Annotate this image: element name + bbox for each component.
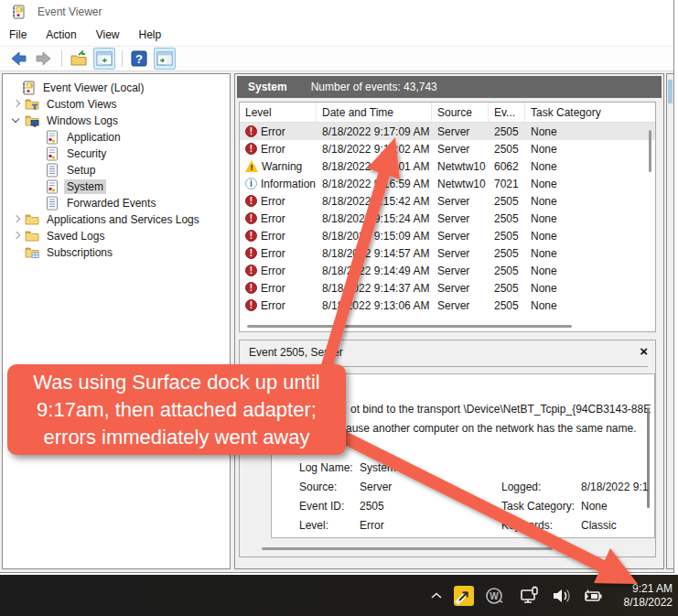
tree-item-application[interactable]: Application: [3, 129, 230, 146]
preview-horizontal-scrollbar[interactable]: [262, 547, 553, 550]
field-label: Log Name:: [299, 461, 353, 474]
tree-item-windows-logs[interactable]: Windows Logs: [3, 113, 230, 129]
tree-item-subscriptions[interactable]: Subscriptions: [3, 244, 230, 261]
event-log-icon: [45, 146, 59, 161]
field-value: 2505: [360, 500, 384, 513]
table-row[interactable]: iInformation 8/18/2022 9:16:59 AM Netwtw…: [240, 175, 655, 192]
error-icon: !: [245, 143, 257, 155]
callout-line: 9:17am, then attached adapter;: [7, 396, 346, 424]
tree-item-custom-views[interactable]: Custom Views: [3, 96, 230, 113]
action-pane-icon: [156, 49, 174, 68]
back-arrow-icon: [9, 49, 27, 68]
results-header: System Number of events: 43,743: [237, 76, 662, 98]
action-pane-scroll-fragment: [668, 80, 673, 103]
taskbar-clock[interactable]: 9:21 AM 8/18/2022: [616, 582, 673, 610]
column-header-eventid[interactable]: Ev...: [489, 103, 525, 122]
table-row[interactable]: !Error 8/18/2022 9:15:42 AM Server 2505 …: [240, 192, 655, 210]
webroot-icon[interactable]: [484, 586, 504, 606]
tree-item-event-viewer-local[interactable]: Event Viewer (Local): [3, 80, 230, 96]
tree-item-saved-logs[interactable]: Saved Logs: [3, 228, 230, 244]
expand-chevron-icon[interactable]: [12, 100, 21, 109]
console-tree-panel: Event Viewer (Local) Custom Views Window…: [2, 73, 231, 569]
callout-line: errors immediately went away: [7, 424, 346, 451]
display-network-icon[interactable]: [519, 585, 541, 607]
toolbar-separator: [61, 50, 62, 67]
log-page-icon: [45, 163, 59, 178]
toggle-console-tree-button[interactable]: [93, 48, 115, 70]
results-pane: System Number of events: 43,743 Level Da…: [234, 73, 664, 569]
preview-title: Event 2505, Server: [249, 346, 343, 359]
tree-item-security[interactable]: Security: [3, 146, 230, 162]
table-row[interactable]: !Error 8/18/2022 9:14:49 AM Server 2505 …: [240, 262, 655, 279]
table-row[interactable]: !Error 8/18/2022 9:13:06 AM Server 2505 …: [240, 297, 655, 314]
back-button[interactable]: [7, 48, 29, 70]
event-viewer-app-icon: [11, 5, 26, 19]
battery-charging-icon[interactable]: [581, 585, 603, 607]
menu-help[interactable]: Help: [139, 28, 162, 41]
table-row[interactable]: !Error 8/18/2022 9:17:02 AM Server 2505 …: [240, 140, 655, 157]
menu-view[interactable]: View: [96, 28, 120, 41]
collapse-chevron-icon[interactable]: [12, 116, 21, 125]
column-header-level[interactable]: Level: [240, 103, 317, 122]
log-name-title: System: [248, 81, 287, 93]
toggle-action-pane-button[interactable]: [154, 48, 176, 70]
tree-item-system[interactable]: System: [3, 178, 230, 195]
table-row[interactable]: !Error 8/18/2022 9:15:24 AM Server 2505 …: [240, 210, 655, 227]
desktop-screen: ? W: [0, 0, 678, 616]
table-row[interactable]: !Warning 8/18/2022 9:17:01 AM Netwtw10 6…: [240, 157, 655, 175]
table-row[interactable]: !Error 8/18/2022 9:15:09 AM Server 2505 …: [240, 227, 655, 244]
column-header-source[interactable]: Source: [432, 103, 489, 122]
console-tree-icon: [95, 49, 113, 68]
yellow-app-icon[interactable]: [453, 585, 475, 607]
folder-icon: [25, 229, 39, 243]
help-icon: [130, 49, 148, 68]
menu-file[interactable]: File: [9, 28, 27, 41]
error-icon: !: [245, 247, 257, 259]
forward-arrow-icon: [35, 49, 53, 68]
field-label: Level:: [299, 519, 328, 532]
error-icon: !: [245, 265, 257, 276]
event-viewer-icon: [21, 81, 36, 95]
speaker-icon[interactable]: [550, 585, 572, 607]
expand-chevron-icon[interactable]: [12, 232, 21, 241]
expand-chevron-icon[interactable]: [12, 215, 21, 224]
event-count-label: Number of events: 43,743: [311, 81, 437, 93]
table-horizontal-scrollbar[interactable]: [247, 325, 572, 328]
table-vertical-scrollbar[interactable]: [649, 130, 651, 172]
taskbar: 9:21 AM 8/18/2022: [0, 575, 678, 616]
table-row[interactable]: !Error 8/18/2022 9:17:09 AM Server 2505 …: [240, 123, 655, 140]
menu-action[interactable]: Action: [46, 28, 76, 41]
tree-item-forwarded-events[interactable]: Forwarded Events: [3, 195, 230, 211]
error-icon: !: [245, 282, 257, 294]
error-icon: !: [245, 230, 257, 242]
field-label: Task Category:: [501, 500, 575, 513]
custom-views-folder-icon: [25, 97, 39, 112]
tree-item-setup[interactable]: Setup: [3, 162, 230, 178]
help-button[interactable]: [128, 48, 150, 70]
table-row[interactable]: !Error 8/18/2022 9:14:57 AM Server 2505 …: [240, 244, 655, 262]
subscriptions-folder-icon: [25, 245, 39, 260]
column-header-task-category[interactable]: Task Category: [525, 103, 635, 122]
titlebar[interactable]: Event Viewer: [0, 0, 673, 24]
event-log-icon: [45, 179, 59, 194]
error-icon: !: [245, 299, 257, 311]
callout-line: Was using Surface dock up until: [7, 369, 346, 396]
field-value: Classic: [581, 519, 617, 532]
clock-date: 8/18/2022: [616, 596, 673, 610]
tree-item-applications-services-logs[interactable]: Applications and Services Logs: [3, 211, 230, 228]
chevron-up-icon[interactable]: [429, 589, 444, 603]
action-pane-sliver: [666, 73, 674, 569]
column-header-date[interactable]: Date and Time: [317, 103, 432, 122]
log-page-icon: [45, 196, 59, 211]
field-value: None: [581, 500, 608, 513]
close-icon[interactable]: ×: [640, 343, 648, 359]
table-row[interactable]: !Error 8/18/2022 9:14:37 AM Server 2505 …: [240, 279, 655, 297]
field-label: Keywords:: [501, 519, 553, 532]
clock-time: 9:21 AM: [616, 582, 673, 596]
error-icon: !: [245, 212, 257, 224]
information-icon: i: [245, 178, 257, 189]
open-saved-log-button[interactable]: [68, 48, 90, 70]
forward-button[interactable]: [33, 48, 55, 70]
window-title: Event Viewer: [38, 5, 102, 18]
folder-icon: [25, 212, 39, 227]
